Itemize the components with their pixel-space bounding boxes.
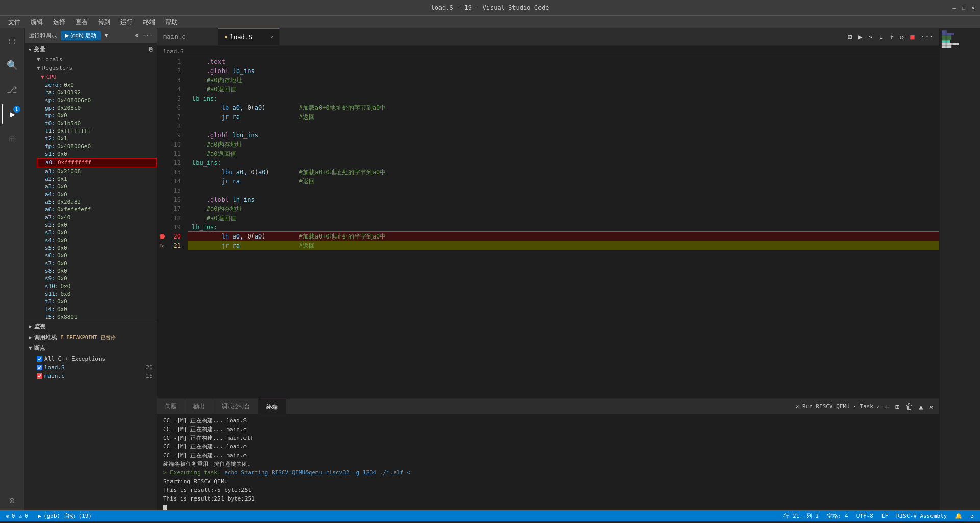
restore-button[interactable]: ❐ bbox=[962, 5, 966, 11]
minimize-button[interactable]: — bbox=[952, 5, 956, 11]
reg-a1[interactable]: a1: 0x21008 bbox=[37, 168, 157, 175]
reg-a4[interactable]: a4: 0x0 bbox=[37, 191, 157, 198]
menu-edit[interactable]: 编辑 bbox=[27, 17, 47, 28]
registers-header[interactable]: ▼ Registers bbox=[29, 64, 157, 73]
tab-output[interactable]: 输出 bbox=[185, 399, 213, 414]
more-actions-icon[interactable]: ··· bbox=[919, 32, 935, 42]
breakpoints-section[interactable]: ▼ 断点 bbox=[24, 343, 157, 353]
gear-icon[interactable]: ⚙ bbox=[135, 32, 139, 39]
reg-t4[interactable]: t4: 0x0 bbox=[37, 305, 157, 313]
menu-terminal[interactable]: 终端 bbox=[139, 17, 159, 28]
menu-help[interactable]: 帮助 bbox=[161, 17, 182, 28]
variables-copy-icon[interactable]: ⎘ bbox=[149, 46, 153, 52]
bp-cpp-checkbox[interactable] bbox=[37, 356, 42, 362]
status-encoding[interactable]: UTF-8 bbox=[854, 512, 875, 520]
reg-t3[interactable]: t3: 0x0 bbox=[37, 298, 157, 305]
bp-mainc-checkbox[interactable] bbox=[37, 373, 42, 379]
close-button[interactable]: ✕ bbox=[971, 5, 975, 11]
watch-section[interactable]: ▶ 监视 bbox=[24, 321, 157, 332]
add-terminal-icon[interactable]: + bbox=[883, 401, 890, 412]
callstack-section[interactable]: ▶ 调用堆栈 B BREAKPOINT 已暂停 bbox=[24, 332, 157, 343]
tab-debug-console[interactable]: 调试控制台 bbox=[213, 399, 258, 414]
reg-a5[interactable]: a5: 0x20a82 bbox=[37, 198, 157, 206]
activity-remote[interactable]: ⊙ bbox=[2, 490, 22, 510]
window-controls[interactable]: — ❐ ✕ bbox=[952, 5, 975, 11]
reg-a7[interactable]: a7: 0x40 bbox=[37, 213, 157, 221]
reg-a2[interactable]: a2: 0x1 bbox=[37, 175, 157, 183]
tab-main-c[interactable]: main.c bbox=[157, 28, 218, 45]
reg-a6[interactable]: a6: 0xfefefeff bbox=[37, 206, 157, 213]
debug-play-button[interactable]: ▶ (gdb) 启动 bbox=[61, 31, 101, 40]
tab-close-icon[interactable]: ✕ bbox=[270, 34, 273, 40]
more-icon[interactable]: ··· bbox=[142, 32, 153, 39]
reg-a3[interactable]: a3: 0x0 bbox=[37, 183, 157, 191]
reg-s9[interactable]: s9: 0x0 bbox=[37, 275, 157, 282]
reg-s7[interactable]: s7: 0x0 bbox=[37, 259, 157, 267]
tab-problems[interactable]: 问题 bbox=[157, 399, 185, 414]
tab-load-s[interactable]: ● load.S ✕ bbox=[218, 28, 280, 45]
reg-s11[interactable]: s11: 0x0 bbox=[37, 290, 157, 298]
reg-s10[interactable]: s10: 0x0 bbox=[37, 282, 157, 290]
maximize-panel-icon[interactable]: ▲ bbox=[917, 401, 924, 412]
menu-select[interactable]: 选择 bbox=[49, 17, 69, 28]
reg-t0[interactable]: t0: 0x1b5d0 bbox=[37, 120, 157, 127]
reg-a0[interactable]: a0: 0xffffffff bbox=[37, 158, 157, 167]
reg-fp[interactable]: fp: 0x408006e0 bbox=[37, 142, 157, 150]
reg-s2[interactable]: s2: 0x0 bbox=[37, 221, 157, 229]
close-panel-icon[interactable]: ✕ bbox=[928, 401, 935, 412]
code-view[interactable]: .text .globl lb_ins #a0内存地址 #a0返回值 lb_in… bbox=[188, 57, 939, 398]
status-feedback[interactable]: 🔔 bbox=[953, 512, 964, 520]
tab-terminal[interactable]: 终端 bbox=[258, 399, 286, 414]
activity-search[interactable]: 🔍 bbox=[2, 55, 22, 75]
reg-s4[interactable]: s4: 0x0 bbox=[37, 236, 157, 244]
debug-step-into-icon[interactable]: ↓ bbox=[877, 32, 885, 42]
terminal-content[interactable]: CC -[M] 正在构建... load.S CC -[M] 正在构建... m… bbox=[157, 414, 939, 510]
menu-view[interactable]: 查看 bbox=[71, 17, 92, 28]
reg-ra[interactable]: ra: 0x10192 bbox=[37, 89, 157, 97]
bp-load-s[interactable]: load.S 20 bbox=[37, 363, 153, 372]
bp-main-c[interactable]: main.c 15 bbox=[37, 372, 153, 381]
activity-git[interactable]: ⎇ bbox=[2, 79, 22, 100]
reg-tp[interactable]: tp: 0x0 bbox=[37, 112, 157, 120]
activity-explorer[interactable]: ⬚ bbox=[2, 30, 22, 51]
status-errors[interactable]: ⊗ 0 ⚠ 0 bbox=[4, 513, 30, 519]
status-sync[interactable]: ↺ bbox=[968, 512, 976, 520]
debug-chevron[interactable]: ▼ bbox=[105, 32, 108, 39]
reg-sp[interactable]: sp: 0x408006c0 bbox=[37, 97, 157, 104]
trash-icon[interactable]: 🗑 bbox=[904, 401, 914, 412]
status-language[interactable]: RISC-V Assembly bbox=[894, 512, 949, 520]
reg-t2[interactable]: t2: 0x1 bbox=[37, 135, 157, 142]
bp-loads-checkbox[interactable] bbox=[37, 365, 42, 370]
variables-section-header[interactable]: ▼ 变量 ⎘ bbox=[24, 43, 157, 55]
reg-s1[interactable]: s1: 0x0 bbox=[37, 150, 157, 158]
bp-cpp-exceptions[interactable]: All C++ Exceptions bbox=[37, 354, 153, 363]
reg-s6[interactable]: s6: 0x0 bbox=[37, 252, 157, 259]
activity-extensions[interactable]: ⊞ bbox=[2, 128, 22, 149]
activity-debug[interactable]: ▶ bbox=[2, 104, 22, 124]
reg-t1[interactable]: t1: 0xffffffff bbox=[37, 127, 157, 135]
reg-t5[interactable]: t5: 0x8801 bbox=[37, 313, 157, 321]
status-line-ending[interactable]: LF bbox=[879, 512, 890, 520]
reg-s8[interactable]: s8: 0x0 bbox=[37, 267, 157, 275]
cpu-header[interactable]: ▼ CPU bbox=[29, 73, 157, 81]
menu-file[interactable]: 文件 bbox=[4, 17, 24, 28]
menu-goto[interactable]: 转到 bbox=[94, 17, 114, 28]
debug-step-out-icon[interactable]: ↑ bbox=[888, 32, 895, 42]
debug-stop-icon[interactable]: ■ bbox=[909, 32, 916, 42]
split-terminal-icon[interactable]: ⊞ bbox=[894, 401, 901, 412]
debug-step-over-icon[interactable]: ↷ bbox=[867, 32, 874, 42]
reg-s3[interactable]: s3: 0x0 bbox=[37, 229, 157, 236]
reg-gp[interactable]: gp: 0x208c0 bbox=[37, 104, 157, 112]
callstack-label: 调用堆栈 bbox=[34, 334, 57, 341]
status-debug[interactable]: ▶ (gdb) 启动 (19) bbox=[36, 512, 94, 520]
split-editor-icon[interactable]: ⊞ bbox=[846, 32, 853, 42]
status-spaces[interactable]: 空格: 4 bbox=[825, 512, 850, 520]
debug-restart-icon[interactable]: ↺ bbox=[898, 32, 905, 42]
menu-run[interactable]: 运行 bbox=[116, 17, 137, 28]
breadcrumb-file[interactable]: load.S bbox=[163, 48, 184, 55]
reg-s5[interactable]: s5: 0x0 bbox=[37, 244, 157, 252]
locals-header[interactable]: ▼ Locals bbox=[29, 55, 157, 64]
debug-continue-icon[interactable]: ▶ bbox=[856, 32, 864, 42]
reg-zero[interactable]: zero: 0x0 bbox=[37, 81, 157, 89]
status-position[interactable]: 行 21, 列 1 bbox=[781, 512, 820, 520]
